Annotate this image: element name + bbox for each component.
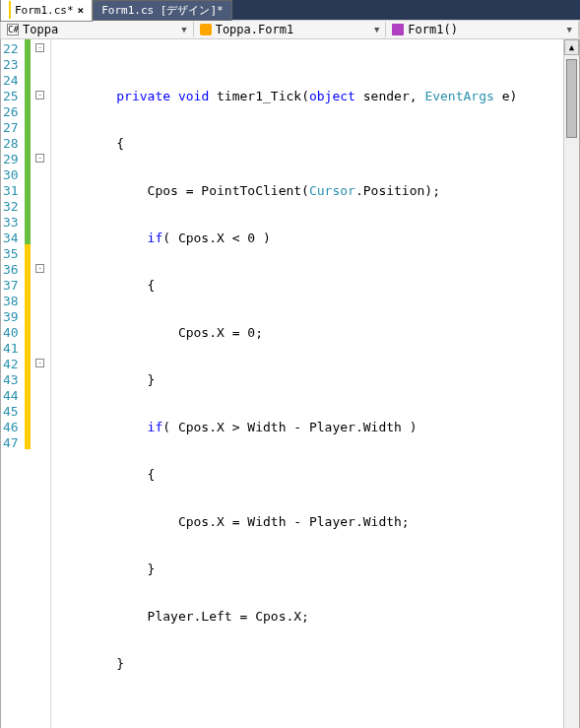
crumb-namespace-label: Toppa <box>23 23 58 36</box>
vertical-scrollbar[interactable]: ▲ ▼ <box>563 39 579 728</box>
chevron-down-icon[interactable]: ▼ <box>374 25 379 34</box>
code-text <box>55 231 148 245</box>
crumb-method[interactable]: Form1() ▼ <box>386 22 579 37</box>
code-text: object <box>309 89 355 103</box>
fold-toggle[interactable]: - <box>35 154 44 163</box>
crumb-class-label: Toppa.Form1 <box>216 23 293 36</box>
code-text: } <box>55 562 559 577</box>
crumb-class[interactable]: Toppa.Form1 ▼ <box>194 22 387 37</box>
code-text: void <box>178 89 209 103</box>
code-text: e) <box>494 89 517 103</box>
code-text <box>55 420 148 434</box>
fold-toggle[interactable]: - <box>35 91 44 99</box>
code-text: } <box>55 656 559 672</box>
code-text: { <box>55 278 559 294</box>
tab-form1-design[interactable]: Form1.cs [デザイン]* <box>93 0 231 21</box>
chevron-down-icon[interactable]: ▼ <box>567 25 572 34</box>
tab-modified-indicator <box>9 1 11 19</box>
line-numbers: 2223242526272829303132333435363738394041… <box>1 39 25 728</box>
method-icon <box>392 24 404 35</box>
fold-toggle[interactable]: - <box>35 359 44 367</box>
code-area[interactable]: private void timer1_Tick(object sender, … <box>51 39 563 728</box>
class-icon <box>200 24 212 35</box>
tab-label: Form1.cs [デザイン]* <box>101 3 223 18</box>
close-icon[interactable]: × <box>78 4 85 17</box>
code-text: sender, <box>355 89 424 103</box>
code-text: Player.Left = Cpos.X; <box>55 609 559 625</box>
code-text: EventArgs <box>424 89 493 103</box>
fold-column: ----- <box>31 39 50 728</box>
code-text: if <box>148 231 163 245</box>
code-text: Cursor <box>309 183 355 198</box>
breadcrumb-bar: C# Toppa ▼ Toppa.Form1 ▼ Form1() ▼ <box>0 20 580 39</box>
code-text: .Position); <box>355 183 440 198</box>
tab-bar: Form1.cs* × Form1.cs [デザイン]* <box>0 0 580 20</box>
code-text: ( Cpos.X < 0 ) <box>162 231 271 245</box>
code-text: { <box>55 136 559 152</box>
code-text: private <box>116 89 170 103</box>
fold-toggle[interactable]: - <box>35 264 44 273</box>
code-text: if <box>148 420 163 434</box>
code-text <box>55 89 117 103</box>
chevron-down-icon[interactable]: ▼ <box>181 25 186 34</box>
scroll-up-button[interactable]: ▲ <box>564 39 579 55</box>
gutter: 2223242526272829303132333435363738394041… <box>1 39 51 728</box>
code-text: Cpos.X = 0; <box>55 325 559 341</box>
code-editor[interactable]: 2223242526272829303132333435363738394041… <box>0 39 580 728</box>
scroll-thumb[interactable] <box>566 59 577 138</box>
code-text: timer1_Tick( <box>209 89 309 103</box>
code-text: { <box>55 467 559 483</box>
tab-label: Form1.cs* <box>15 4 74 17</box>
crumb-namespace[interactable]: C# Toppa ▼ <box>1 22 194 37</box>
code-text: Cpos = PointToClient( <box>55 183 309 198</box>
crumb-method-label: Form1() <box>408 23 458 36</box>
code-text <box>55 703 559 719</box>
code-text: ( Cpos.X > Width - Player.Width ) <box>162 420 417 434</box>
tab-form1-code[interactable]: Form1.cs* × <box>0 0 93 22</box>
code-text: } <box>55 372 559 388</box>
csharp-icon: C# <box>7 24 19 35</box>
code-text: Cpos.X = Width - Player.Width; <box>55 514 559 530</box>
fold-toggle[interactable]: - <box>35 43 44 52</box>
